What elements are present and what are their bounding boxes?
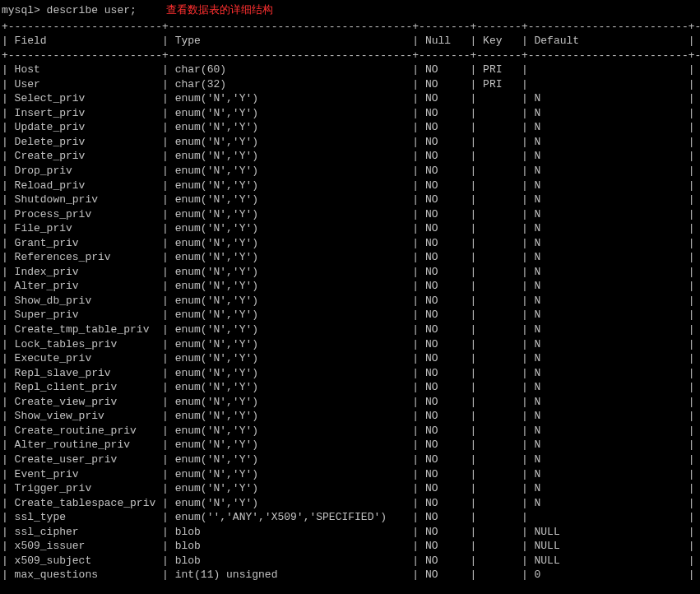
table-row: | Show_view_priv | enum('N','Y') | NO | … — [2, 409, 698, 424]
table-row: | References_priv | enum('N','Y') | NO |… — [2, 250, 698, 265]
table-row: | Event_priv | enum('N','Y') | NO | | N … — [2, 467, 698, 482]
table-row: | Create_user_priv | enum('N','Y') | NO … — [2, 452, 698, 467]
table-row: | Alter_priv | enum('N','Y') | NO | | N … — [2, 279, 698, 294]
table-row: | ssl_cipher | blob | NO | | NULL | | — [2, 525, 698, 540]
annotation-label: 查看数据表的详细结构 — [166, 4, 273, 16]
table-row: | Create_tablespace_priv | enum('N','Y')… — [2, 496, 698, 511]
describe-output-table: +------------------------+--------------… — [2, 20, 698, 582]
table-row: | Lock_tables_priv | enum('N','Y') | NO … — [2, 337, 698, 352]
table-separator: +------------------------+--------------… — [2, 49, 698, 63]
table-row: | max_questions | int(11) unsigned | NO … — [2, 568, 698, 582]
table-row: | Select_priv | enum('N','Y') | NO | | N… — [2, 91, 698, 106]
table-row: | x509_issuer | blob | NO | | NULL | | — [2, 539, 698, 554]
mysql-prompt[interactable]: mysql> describe user;查看数据表的详细结构 — [2, 3, 698, 18]
table-row: | Index_priv | enum('N','Y') | NO | | N … — [2, 265, 698, 280]
table-row: | Reload_priv | enum('N','Y') | NO | | N… — [2, 179, 698, 193]
table-row: | Create_routine_priv | enum('N','Y') | … — [2, 424, 698, 439]
table-row: | Execute_priv | enum('N','Y') | NO | | … — [2, 351, 698, 366]
table-row: | Alter_routine_priv | enum('N','Y') | N… — [2, 438, 698, 452]
table-row: | Host | char(60) | NO | PRI | | | — [2, 63, 698, 77]
table-row: | Create_view_priv | enum('N','Y') | NO … — [2, 395, 698, 410]
table-row: | x509_subject | blob | NO | | NULL | | — [2, 554, 698, 568]
table-row: | File_priv | enum('N','Y') | NO | | N |… — [2, 221, 698, 236]
table-row: | Update_priv | enum('N','Y') | NO | | N… — [2, 120, 698, 135]
table-row: | Delete_priv | enum('N','Y') | NO | | N… — [2, 135, 698, 150]
table-row: | Shutdown_priv | enum('N','Y') | NO | |… — [2, 193, 698, 207]
table-row: | User | char(32) | NO | PRI | | | — [2, 77, 698, 92]
table-row: | ssl_type | enum('','ANY','X509','SPECI… — [2, 510, 698, 525]
prompt-text: mysql> describe user; — [2, 4, 137, 16]
table-row: | Trigger_priv | enum('N','Y') | NO | | … — [2, 481, 698, 496]
table-row: | Create_tmp_table_priv | enum('N','Y') … — [2, 323, 698, 337]
table-row: | Insert_priv | enum('N','Y') | NO | | N… — [2, 106, 698, 121]
table-row: | Grant_priv | enum('N','Y') | NO | | N … — [2, 236, 698, 251]
table-row: | Drop_priv | enum('N','Y') | NO | | N |… — [2, 164, 698, 179]
table-row: | Show_db_priv | enum('N','Y') | NO | | … — [2, 294, 698, 309]
table-row: | Repl_client_priv | enum('N','Y') | NO … — [2, 380, 698, 395]
table-row: | Process_priv | enum('N','Y') | NO | | … — [2, 207, 698, 222]
table-row: | Repl_slave_priv | enum('N','Y') | NO |… — [2, 366, 698, 381]
table-row: | Create_priv | enum('N','Y') | NO | | N… — [2, 149, 698, 164]
table-row: | Super_priv | enum('N','Y') | NO | | N … — [2, 308, 698, 323]
table-separator: +------------------------+--------------… — [2, 20, 698, 35]
table-header-row: | Field | Type | Null | Key | Default | … — [2, 34, 698, 49]
